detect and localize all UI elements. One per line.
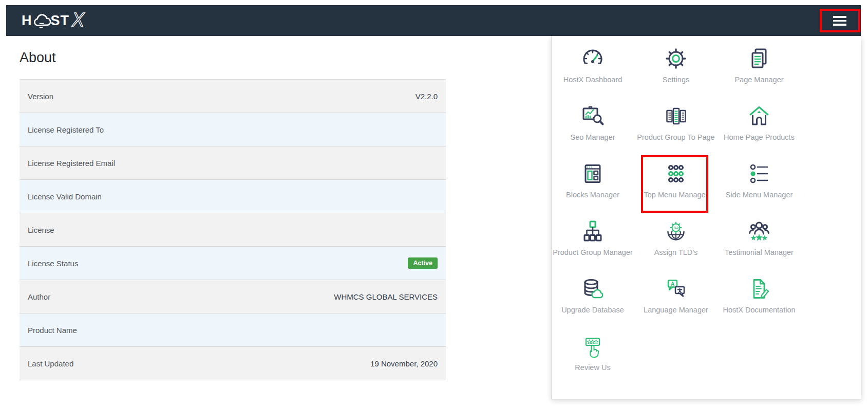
cloud-icon [32, 12, 51, 29]
menu-item-hostx-dashboard[interactable]: HostX Dashboard [551, 41, 634, 99]
pages-icon [747, 46, 771, 71]
logo-text-h: H [22, 14, 32, 28]
page-title: About [20, 50, 56, 66]
list-bullets-icon [747, 161, 771, 186]
menu-item-language-manager[interactable]: A Language Manager [634, 271, 718, 329]
menu-item-label: Product Group Manager [553, 248, 633, 256]
menu-item-label: Upgrade Database [561, 306, 624, 314]
row-label: License Registered Email [28, 159, 115, 168]
table-row: AuthorWHMCS GLOBAL SERVICES [20, 280, 446, 313]
row-label: License Status [28, 259, 78, 268]
menu-item-blocks-manager[interactable]: Blocks Manager [551, 156, 634, 214]
hostx-logo[interactable]: H ST X [22, 11, 88, 30]
logo-text-st: ST [51, 14, 70, 28]
menu-item-settings[interactable]: Settings [634, 41, 718, 99]
menu-item-label: Page Manager [734, 76, 783, 84]
gear-globe-icon: TLD [664, 219, 688, 244]
panels-icon [664, 104, 688, 128]
menu-item-seo-manager[interactable]: Seo Manager [551, 99, 634, 156]
gear-icon [664, 46, 688, 71]
row-value: 19 November, 2020 [370, 359, 438, 368]
org-chart-icon [580, 219, 605, 244]
logo-x-glyph: X [71, 11, 88, 30]
table-row: License StatusActive [20, 247, 446, 280]
house-icon [747, 104, 771, 128]
rating-hand-icon [580, 334, 605, 359]
table-row: License Registered Email [20, 146, 446, 180]
hamburger-bar [833, 20, 846, 22]
row-label: License Registered To [28, 125, 104, 134]
menu-item-label: HostX Documentation [723, 306, 795, 314]
menu-toggle-button[interactable] [833, 16, 846, 26]
row-label: License Valid Domain [28, 192, 102, 201]
row-label: Product Name [28, 326, 77, 335]
table-row: License [20, 213, 446, 247]
speech-bubbles-icon: A [664, 276, 688, 301]
row-value: V2.2.0 [416, 92, 438, 101]
menu-item-label: Review Us [575, 363, 610, 372]
menu-item-upgrade-database[interactable]: Upgrade Database [551, 271, 634, 329]
menu-item-review-us[interactable]: Review Us [551, 329, 634, 386]
menu-item-label: Language Manager [644, 306, 708, 314]
menu-item-label: Testimonial Manager [725, 248, 794, 256]
menu-item-page-manager[interactable]: Page Manager [718, 41, 801, 99]
table-row: License Registered To [20, 113, 446, 146]
table-row: License Valid Domain [20, 180, 446, 213]
table-row: VersionV2.2.0 [20, 80, 446, 113]
menu-item-label: HostX Dashboard [563, 76, 622, 84]
menu-item-home-page-products[interactable]: Home Page Products [718, 99, 801, 156]
menu-item-label: Product Group To Page [637, 133, 714, 141]
about-table: VersionV2.2.0 License Registered To Lice… [20, 79, 446, 380]
document-pencil-icon [747, 276, 771, 301]
menu-item-testimonial-manager[interactable]: Testimonial Manager [718, 214, 801, 271]
hamburger-bar [833, 24, 846, 26]
row-label: License [28, 226, 54, 234]
database-cloud-icon [580, 276, 605, 301]
hamburger-bar [833, 16, 846, 18]
browser-blocks-icon [580, 161, 605, 186]
dots-grid-icon [664, 161, 688, 186]
svg-text:TLD: TLD [673, 226, 679, 229]
status-badge: Active [408, 257, 438, 269]
menu-item-assign-tlds[interactable]: TLD Assign TLD's [634, 214, 718, 271]
menu-item-label: Side Menu Manager [726, 191, 793, 199]
row-label: Version [28, 92, 53, 101]
seo-chart-magnifier-icon [580, 104, 605, 128]
menu-item-top-menu-manager[interactable]: Top Menu Manager [634, 156, 718, 214]
table-row: Product Name [20, 313, 446, 347]
menu-item-product-group-to-page[interactable]: Product Group To Page [634, 99, 718, 156]
row-value: WHMCS GLOBAL SERVICES [334, 292, 438, 301]
row-label: Last Updated [28, 359, 73, 368]
svg-text:X: X [71, 9, 85, 30]
row-label: Author [28, 292, 50, 301]
menu-grid: HostX Dashboard Settings Page Manager Se… [551, 41, 801, 386]
menu-item-label: Top Menu Manager [644, 191, 708, 199]
table-row: Last Updated19 November, 2020 [20, 347, 446, 380]
menu-item-hostx-documentation[interactable]: HostX Documentation [718, 271, 801, 329]
top-navbar: H ST X [6, 5, 861, 36]
menu-item-label: Home Page Products [724, 133, 795, 141]
dashboard-icon [580, 46, 605, 71]
menu-item-label: Blocks Manager [566, 191, 619, 199]
menu-item-side-menu-manager[interactable]: Side Menu Manager [718, 156, 801, 214]
menu-item-label: Seo Manager [570, 133, 615, 141]
people-stars-icon [747, 219, 771, 244]
menu-item-label: Assign TLD's [654, 248, 698, 256]
menu-item-product-group-manager[interactable]: Product Group Manager [551, 214, 634, 271]
menu-item-label: Settings [663, 76, 689, 84]
svg-text:A: A [671, 281, 674, 287]
